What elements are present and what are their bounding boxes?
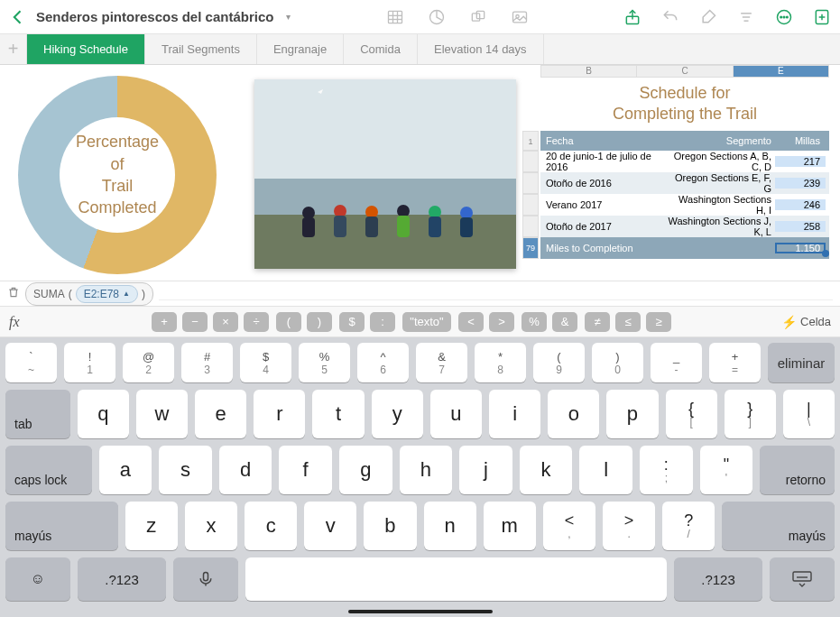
shift-key-left[interactable]: mayús — [5, 502, 118, 550]
tab-trail-segments[interactable]: Trail Segments — [145, 34, 257, 64]
key-z[interactable]: z — [125, 502, 178, 550]
key-x[interactable]: x — [185, 502, 237, 550]
cell-ref-button[interactable]: ⚡Celda — [781, 315, 831, 329]
table-row[interactable]: Otoño de 2016 Oregon Sections E, F, G 23… — [540, 172, 829, 194]
delete-key[interactable]: eliminar — [768, 343, 835, 382]
symbols-key-left[interactable]: .?123 — [78, 557, 166, 601]
op-geq[interactable]: ≥ — [646, 312, 671, 332]
key-n[interactable]: n — [424, 502, 476, 550]
sort-icon[interactable] — [737, 8, 755, 26]
mic-key[interactable] — [173, 557, 238, 601]
tab-elevation[interactable]: Elevation 14 days — [418, 34, 544, 64]
tab-hiking-schedule[interactable]: Hiking Schedule — [27, 34, 145, 64]
key-bracket[interactable]: {[ — [666, 390, 717, 438]
row-num[interactable] — [522, 216, 539, 237]
key-f[interactable]: f — [279, 446, 332, 494]
op-times[interactable]: × — [213, 312, 238, 332]
media-icon[interactable] — [511, 8, 529, 26]
key-c[interactable]: c — [245, 502, 297, 550]
op-lparen[interactable]: ( — [276, 312, 301, 332]
op-leq[interactable]: ≤ — [615, 312, 641, 332]
undo-icon[interactable] — [661, 8, 679, 26]
key-v[interactable]: v — [304, 502, 356, 550]
op-texto[interactable]: "texto" — [402, 312, 451, 332]
row-num[interactable] — [522, 172, 539, 194]
symbols-key-right[interactable]: .?123 — [674, 557, 762, 601]
col-b[interactable]: B — [540, 65, 637, 78]
key-~[interactable]: `~ — [5, 343, 57, 382]
op-dollar[interactable]: $ — [339, 312, 365, 332]
formula-bar[interactable]: SUMA ( E2:E78 ▲ ) — [0, 281, 840, 307]
key-s[interactable]: s — [159, 446, 212, 494]
formula-func-chip[interactable]: SUMA ( E2:E78 ▲ ) — [25, 282, 153, 306]
key-q[interactable]: q — [78, 390, 129, 438]
key-w[interactable]: w — [136, 390, 188, 438]
key-e[interactable]: e — [195, 390, 246, 438]
home-indicator[interactable] — [348, 610, 493, 613]
formula-ref-chip[interactable]: E2:E78 ▲ — [76, 285, 138, 303]
key-d[interactable]: d — [219, 446, 272, 494]
key-punct[interactable]: ?/ — [662, 502, 715, 550]
op-lt[interactable]: < — [458, 312, 484, 332]
op-rparen[interactable]: ) — [307, 312, 332, 332]
key-punct[interactable]: :; — [640, 446, 693, 494]
key-bracket[interactable]: }] — [725, 390, 776, 438]
key-0[interactable]: )0 — [592, 343, 643, 382]
row-num[interactable] — [522, 194, 539, 216]
key-p[interactable]: p — [606, 390, 658, 438]
key-l[interactable]: l — [579, 446, 632, 494]
tab-key[interactable]: tab — [5, 390, 70, 438]
key-=[interactable]: += — [709, 343, 761, 382]
key-3[interactable]: #3 — [181, 343, 233, 382]
return-key[interactable]: retorno — [760, 446, 835, 494]
column-headers[interactable]: B C E — [540, 65, 829, 78]
shift-key-right[interactable]: mayús — [722, 502, 835, 550]
key-g[interactable]: g — [339, 446, 392, 494]
table-row[interactable]: Verano 2017 Washington Sections H, I 246 — [540, 194, 829, 216]
op-gt[interactable]: > — [489, 312, 514, 332]
row-num-1[interactable]: 1 — [522, 131, 539, 151]
chart-icon[interactable] — [428, 8, 446, 26]
back-icon[interactable] — [9, 8, 27, 26]
key-2[interactable]: @2 — [123, 343, 174, 382]
key-4[interactable]: $4 — [240, 343, 291, 382]
key-8[interactable]: *8 — [475, 343, 526, 382]
key-b[interactable]: b — [364, 502, 416, 550]
key-y[interactable]: y — [372, 390, 423, 438]
insert-icon[interactable] — [813, 8, 831, 26]
format-brush-icon[interactable] — [699, 8, 717, 26]
key-9[interactable]: (9 — [533, 343, 585, 382]
add-sheet-button[interactable]: + — [0, 34, 27, 64]
shape-icon[interactable] — [469, 8, 487, 26]
key-7[interactable]: &7 — [416, 343, 467, 382]
op-colon[interactable]: : — [370, 312, 395, 332]
emoji-key[interactable]: ☺ — [5, 557, 70, 601]
key-5[interactable]: %5 — [299, 343, 350, 382]
key-6[interactable]: ^6 — [357, 343, 409, 382]
trash-icon[interactable] — [7, 286, 20, 301]
table-footer[interactable]: 79 Miles to Completion 1.150 — [540, 237, 829, 259]
key-u[interactable]: u — [430, 390, 482, 438]
beach-photo[interactable] — [254, 79, 516, 269]
col-c[interactable]: C — [637, 65, 733, 78]
op-amp[interactable]: & — [552, 312, 577, 332]
col-e[interactable]: E — [734, 65, 829, 78]
tab-comida[interactable]: Comida — [344, 34, 418, 64]
op-div[interactable]: ÷ — [244, 312, 269, 332]
hide-keyboard-key[interactable] — [770, 557, 835, 601]
more-icon[interactable] — [775, 8, 793, 26]
op-plus[interactable]: + — [152, 312, 177, 332]
share-icon[interactable] — [623, 8, 642, 26]
key-punct[interactable]: <, — [543, 502, 595, 550]
key-i[interactable]: i — [489, 390, 540, 438]
key-k[interactable]: k — [520, 446, 573, 494]
row-num-79[interactable]: 79 — [522, 237, 539, 259]
key-o[interactable]: o — [548, 390, 599, 438]
fx-icon[interactable]: fx — [9, 314, 29, 330]
table-row[interactable]: Otoño de 2017 Washington Sections J, K, … — [540, 216, 829, 237]
op-minus[interactable]: − — [182, 312, 208, 332]
key-punct[interactable]: >. — [603, 502, 655, 550]
op-pct[interactable]: % — [522, 312, 547, 332]
table-row[interactable]: 20 de junio-1 de julio de 2016 Oregon Se… — [540, 151, 829, 172]
key-1[interactable]: !1 — [64, 343, 115, 382]
